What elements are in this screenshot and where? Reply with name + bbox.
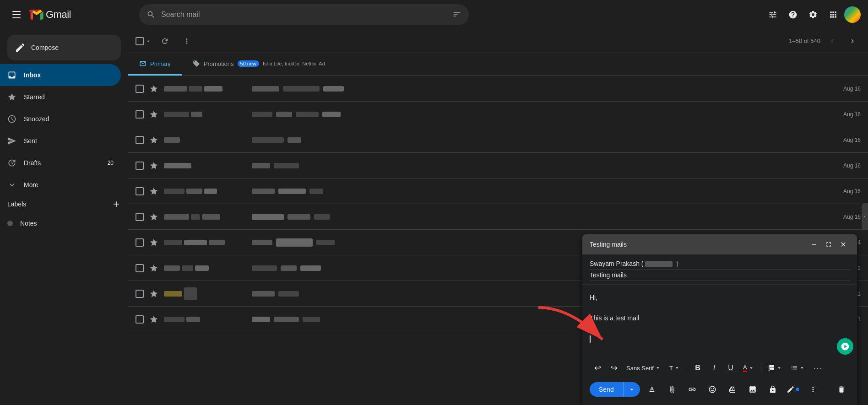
- settings-button[interactable]: [804, 5, 822, 24]
- row-checkbox[interactable]: [136, 110, 144, 119]
- filter-icon: [452, 10, 461, 19]
- email-row[interactable]: Aug 16: [128, 178, 868, 204]
- drive-button[interactable]: [724, 381, 741, 398]
- sidebar-item-starred[interactable]: Starred: [0, 86, 121, 108]
- more-send-options-button[interactable]: [805, 381, 821, 398]
- row-checkbox[interactable]: [136, 264, 144, 272]
- prev-page-button[interactable]: [824, 33, 841, 49]
- help-button[interactable]: [784, 5, 802, 24]
- expand-compose-button[interactable]: [822, 238, 835, 251]
- row-star-icon[interactable]: [149, 315, 158, 324]
- font-label: Sans Serif: [626, 365, 654, 372]
- list-button[interactable]: [787, 362, 809, 373]
- compose-button[interactable]: Compose: [7, 35, 121, 60]
- next-page-button[interactable]: [844, 33, 861, 49]
- sidebar-item-sent[interactable]: Sent: [0, 130, 121, 152]
- send-dropdown-button[interactable]: [623, 382, 640, 397]
- tab-primary[interactable]: Primary: [128, 53, 182, 76]
- row-time: Aug 16: [838, 162, 861, 169]
- close-compose-button[interactable]: [837, 238, 850, 251]
- sidebar-item-snoozed[interactable]: Snoozed: [0, 108, 121, 130]
- link-icon: [688, 385, 696, 394]
- sidebar-item-inbox[interactable]: Inbox: [0, 64, 121, 86]
- compose-popup-header[interactable]: Testing mails: [582, 234, 857, 254]
- grammarly-button[interactable]: [837, 338, 853, 355]
- labels-header[interactable]: Labels: [0, 196, 128, 212]
- row-star-icon[interactable]: [149, 110, 158, 119]
- search-placeholder: Search mail: [161, 11, 447, 19]
- email-row[interactable]: Aug 16: [128, 76, 868, 102]
- row-checkbox[interactable]: [136, 187, 144, 195]
- align-button[interactable]: [764, 362, 786, 373]
- scroll-indicator[interactable]: [862, 203, 868, 230]
- email-row[interactable]: Aug 16: [128, 102, 868, 127]
- lock-button[interactable]: [765, 381, 781, 398]
- snoozed-label: Snoozed: [24, 115, 114, 123]
- row-sender: [164, 86, 246, 92]
- format-toggle-button[interactable]: [644, 381, 660, 398]
- row-checkbox[interactable]: [136, 315, 144, 324]
- emoji-button[interactable]: [704, 381, 721, 398]
- refresh-button[interactable]: [156, 32, 174, 50]
- row-star-icon[interactable]: [149, 161, 158, 170]
- send-button-label: Send: [590, 382, 623, 397]
- row-checkbox[interactable]: [136, 136, 144, 144]
- row-star-icon[interactable]: [149, 238, 158, 247]
- filter-options-button[interactable]: [764, 5, 782, 24]
- compose-pencil-icon: [15, 42, 26, 53]
- row-time: Aug 16: [838, 86, 861, 92]
- user-avatar[interactable]: [844, 6, 861, 23]
- search-bar[interactable]: Search mail: [139, 4, 469, 25]
- insert-link-button[interactable]: [684, 381, 700, 398]
- row-star-icon[interactable]: [149, 135, 158, 145]
- select-all-checkbox[interactable]: [136, 37, 152, 45]
- row-content: [252, 163, 832, 168]
- redo-button[interactable]: ↪: [606, 360, 622, 376]
- row-star-icon[interactable]: [149, 84, 158, 93]
- font-size-button[interactable]: T: [666, 363, 684, 373]
- sidebar-item-more[interactable]: More: [0, 174, 121, 196]
- bold-button[interactable]: B: [690, 360, 705, 376]
- compose-cursor-line: [590, 334, 850, 344]
- compose-from-row: Swayam Prakash ( ): [590, 258, 850, 270]
- delete-icon: [837, 385, 846, 394]
- row-star-icon[interactable]: [149, 187, 158, 196]
- email-row[interactable]: Aug 16: [128, 153, 868, 178]
- sidebar-item-drafts[interactable]: Drafts 20: [0, 152, 121, 174]
- attach-file-button[interactable]: [664, 381, 680, 398]
- row-star-icon[interactable]: [149, 289, 158, 298]
- send-button[interactable]: Send: [590, 382, 640, 397]
- compose-body[interactable]: Hi, This is a test mail: [582, 285, 857, 358]
- undo-button[interactable]: ↩: [590, 360, 605, 376]
- label-item-notes[interactable]: Notes: [0, 212, 121, 234]
- tab-promotions[interactable]: Promotions 50 new Isha Life, IndiGo, Net…: [182, 53, 336, 76]
- email-row[interactable]: Aug 16: [128, 204, 868, 230]
- more-vertical-send-icon: [809, 385, 817, 394]
- email-row[interactable]: Aug 16: [128, 127, 868, 153]
- promotions-badge: 50 new: [238, 60, 259, 67]
- more-format-button[interactable]: ⋯: [810, 360, 825, 376]
- italic-button[interactable]: I: [706, 360, 722, 376]
- insert-photo-button[interactable]: [744, 381, 761, 398]
- row-star-icon[interactable]: [149, 264, 158, 273]
- delete-compose-button[interactable]: [833, 381, 850, 398]
- compose-body-line2: This is a test mail: [590, 313, 850, 323]
- row-checkbox[interactable]: [136, 213, 144, 221]
- font-selector[interactable]: Sans Serif: [623, 363, 665, 373]
- more-options-button[interactable]: [178, 32, 196, 50]
- row-star-icon[interactable]: [149, 212, 158, 221]
- search-filter-button[interactable]: [452, 10, 461, 20]
- minimize-compose-button[interactable]: [808, 238, 820, 251]
- row-sender: [164, 287, 246, 300]
- row-checkbox[interactable]: [136, 238, 144, 247]
- row-checkbox[interactable]: [136, 162, 144, 170]
- signature-button[interactable]: [785, 381, 801, 398]
- row-checkbox[interactable]: [136, 85, 144, 93]
- apps-button[interactable]: [824, 5, 842, 24]
- format-toolbar: ↩ ↪ Sans Serif T B I U A ⋯: [582, 358, 857, 378]
- row-checkbox[interactable]: [136, 290, 144, 298]
- menu-button[interactable]: [7, 5, 26, 24]
- text-color-button[interactable]: A: [739, 362, 758, 374]
- underline-button[interactable]: U: [723, 360, 738, 376]
- compose-popup-title: Testing mails: [590, 241, 627, 248]
